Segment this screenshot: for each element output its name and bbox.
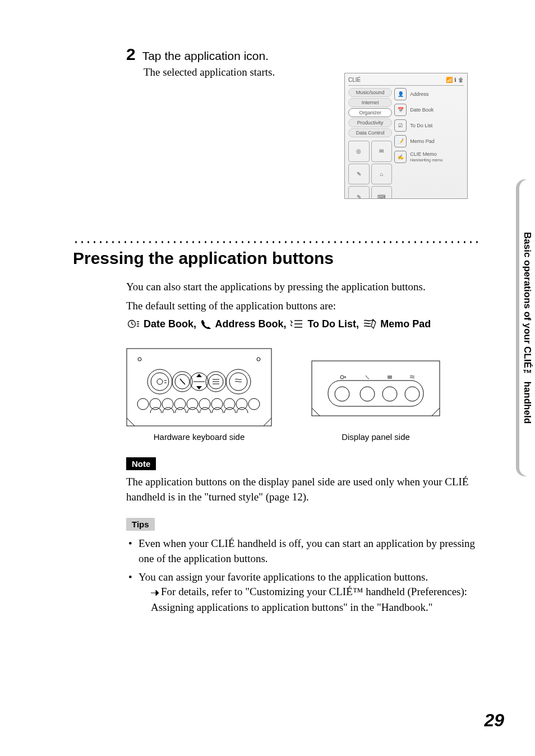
screenshot-brand: CLIÉ <box>348 77 361 83</box>
step-row: 2 Tap the application icon. <box>126 45 479 64</box>
svg-point-37 <box>360 387 375 401</box>
app-label-address: Address <box>410 91 428 97</box>
memopad-icon <box>363 318 376 333</box>
svg-point-23 <box>174 398 186 410</box>
page-content: 2 Tap the application icon. The selected… <box>0 0 535 756</box>
datebook-icon <box>127 318 140 333</box>
app-icon-datebook: 📅 <box>394 104 407 116</box>
cat-internet: Internet <box>348 98 392 107</box>
section-heading: Pressing the application buttons <box>73 249 479 268</box>
page-number: 29 <box>484 710 504 731</box>
caption-hardware-keyboard: Hardware keyboard side <box>126 432 272 442</box>
app-sub-cliememo: Handwriting memo <box>410 158 442 162</box>
svg-line-33 <box>312 408 320 416</box>
app-label-datebook: Date Book <box>410 107 433 113</box>
sp-icon-6: ⌨ <box>371 186 393 199</box>
sp-icon-5: ✎ <box>348 186 370 199</box>
svg-point-14 <box>157 379 163 384</box>
tip-2: You can assign your favorite application… <box>126 570 479 615</box>
app-label-memopad: Memo Pad <box>410 138 435 144</box>
svg-point-40 <box>340 375 344 379</box>
addressbook-icon <box>200 318 211 333</box>
svg-point-26 <box>211 398 223 410</box>
todolist-icon <box>290 318 303 333</box>
app-icon-address: 👤 <box>394 88 407 100</box>
arrow-right-icon <box>151 586 159 601</box>
dotted-divider <box>73 241 479 243</box>
tips-list: Even when your CLIÉ handheld is off, you… <box>126 536 479 615</box>
sp-icon-2: ✉ <box>371 141 393 162</box>
svg-point-25 <box>199 398 210 410</box>
sp-icon-1: ◎ <box>348 141 370 162</box>
svg-point-36 <box>335 387 349 401</box>
cat-productivity: Productivity <box>348 118 392 127</box>
svg-point-27 <box>224 398 235 410</box>
note-label: Note <box>126 457 156 470</box>
intro-1: You can also start the applications by p… <box>126 279 479 295</box>
svg-point-28 <box>236 398 247 410</box>
svg-point-29 <box>248 398 260 410</box>
svg-point-3 <box>257 358 260 361</box>
side-tab: Basic operations of your CLIÉ™ handheld <box>514 179 535 476</box>
svg-point-20 <box>137 398 149 410</box>
svg-line-31 <box>264 418 271 426</box>
intro-2: The default setting of the application b… <box>126 298 479 314</box>
side-tab-label: Basic operations of your CLIÉ™ handheld <box>522 232 533 424</box>
svg-rect-32 <box>312 361 440 416</box>
body-block: You can also start the applications by p… <box>126 279 479 331</box>
defaults-todolist: To Do List <box>307 318 356 330</box>
sp-icon-3: ✎ <box>348 164 370 185</box>
defaults-addressbook: Address Book <box>215 318 283 330</box>
note-text: The application buttons on the display p… <box>126 475 479 504</box>
svg-point-21 <box>150 398 161 410</box>
svg-point-22 <box>162 398 173 410</box>
svg-point-5 <box>151 373 169 391</box>
cat-datacontrol: Data Control <box>348 128 392 137</box>
svg-line-30 <box>127 418 135 426</box>
svg-point-24 <box>187 398 198 410</box>
app-icon-todo: ☑ <box>394 119 407 132</box>
tip-1: Even when your CLIÉ handheld is off, you… <box>126 536 479 566</box>
svg-point-38 <box>382 387 397 401</box>
app-label-todo: To Do List <box>410 123 432 128</box>
figure-hardware-keyboard: Hardware keyboard side <box>126 348 272 442</box>
tip-2-text: You can assign your favorite application… <box>139 571 428 583</box>
device-screenshot: CLIÉ 📶 ℹ 🗑 Music/sound Internet Organize… <box>344 73 468 199</box>
tips-label: Tips <box>126 518 155 531</box>
app-icon-memopad: 📝 <box>394 135 407 147</box>
cat-musicsound: Music/sound <box>348 88 392 97</box>
defaults-datebook: Date Book <box>144 318 193 330</box>
svg-point-39 <box>405 387 419 401</box>
figure-display-panel: Display panel side <box>311 360 440 442</box>
defaults-memopad: Memo Pad <box>380 318 431 330</box>
svg-point-2 <box>138 358 141 361</box>
svg-point-4 <box>147 369 172 394</box>
app-label-cliememo: CLIE Memo <box>410 151 437 157</box>
step-title: Tap the application icon. <box>142 49 269 63</box>
step-number: 2 <box>126 45 136 64</box>
cat-organizer: Organizer <box>348 108 392 117</box>
figures-row: Hardware keyboard side Dis <box>126 348 479 442</box>
app-icon-cliememo: ✍ <box>394 151 407 163</box>
sp-icon-4: ⌂ <box>371 164 393 185</box>
svg-line-34 <box>432 408 440 416</box>
svg-rect-35 <box>328 381 423 406</box>
caption-display-panel: Display panel side <box>311 432 440 442</box>
tip-2-detail: For details, refer to "Customizing your … <box>139 585 479 615</box>
tip-2-detail-text: For details, refer to "Customizing your … <box>151 586 467 613</box>
defaults-line: Date Book, Address Book, To Do List, Mem… <box>126 317 479 331</box>
screenshot-status-icons: 📶 ℹ 🗑 <box>446 77 464 83</box>
